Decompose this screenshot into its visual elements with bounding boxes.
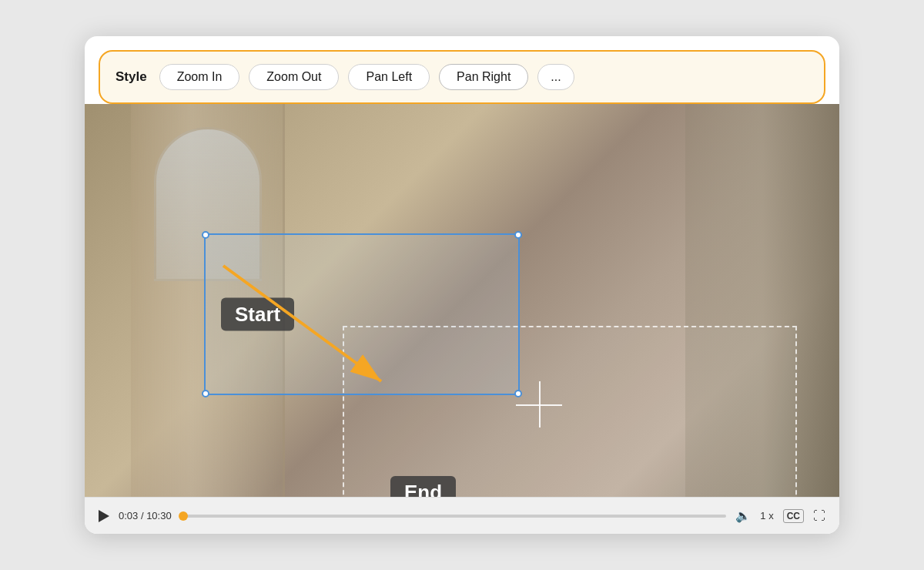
more-button[interactable]: ... [537,64,574,90]
zoom-out-button[interactable]: Zoom Out [249,64,339,90]
corner-handle-br[interactable] [514,390,522,397]
style-toolbar: Style Zoom In Zoom Out Pan Left Pan Righ… [99,50,825,104]
cc-button[interactable]: CC [783,509,804,523]
pan-left-button[interactable]: Pan Left [348,64,430,90]
fullscreen-icon[interactable]: ⛶ [813,509,825,523]
corner-handle-tl[interactable] [202,231,209,239]
video-controls: 0:03 / 10:30 🔈 1 x CC ⛶ [85,497,839,534]
time-display: 0:03 / 10:30 [119,510,172,521]
play-button[interactable] [99,510,109,522]
style-label: Style [116,69,147,85]
start-label: Start [221,298,294,331]
main-container: Style Zoom In Zoom Out Pan Left Pan Righ… [85,36,839,534]
speed-label[interactable]: 1 x [760,510,773,521]
zoom-in-button[interactable]: Zoom In [159,64,240,90]
volume-icon[interactable]: 🔈 [735,508,751,523]
corner-handle-bl[interactable] [202,390,209,397]
end-label: End [390,476,456,497]
progress-bar[interactable] [181,515,727,518]
progress-thumb[interactable] [179,511,188,521]
corner-handle-tr[interactable] [514,231,522,239]
pan-right-button[interactable]: Pan Right [439,64,528,90]
start-frame[interactable]: Start [204,233,520,395]
video-area: Start End [85,104,839,497]
play-icon [99,510,109,522]
